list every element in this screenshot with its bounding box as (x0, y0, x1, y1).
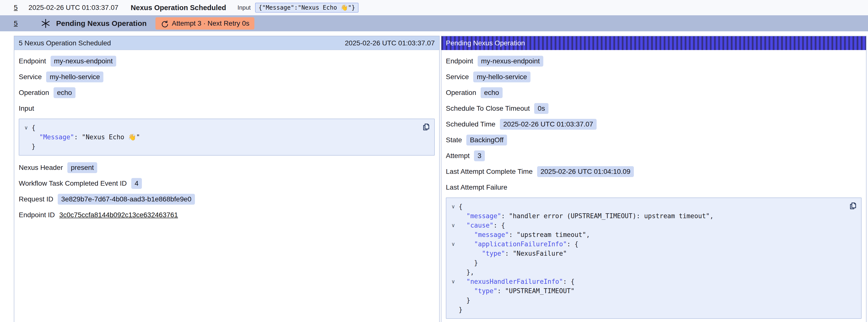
detail-row-state: StateBackingOff (446, 134, 862, 146)
pending-operation-panel: Pending Nexus Operation Endpointmy-nexus… (441, 36, 867, 322)
code-line: } (448, 305, 857, 314)
pending-event-id-link[interactable]: 5 (14, 20, 18, 27)
json-punct: : { (493, 221, 505, 230)
json-string: "upstream timeout" (517, 230, 586, 239)
detail-row-endpoint: Endpointmy-nexus-endpoint (446, 56, 862, 67)
code-line: ∨ "nexusHandlerFailureInfo": { (448, 277, 857, 286)
json-punct: { (32, 123, 35, 132)
retry-attempt-badge: Attempt 3 · Next Retry 0s (155, 17, 254, 30)
code-line: }, (448, 267, 857, 277)
field-label: Endpoint (19, 57, 46, 65)
json-punct: : (74, 132, 82, 142)
json-key: "applicationFailureInfo" (474, 239, 567, 249)
field-label: Endpoint (446, 57, 473, 65)
field-label: Endpoint ID (19, 211, 55, 219)
field-value-badge: echo (480, 87, 503, 98)
pending-panel-header: Pending Nexus Operation (441, 36, 866, 50)
code-gutter (448, 258, 459, 267)
field-label: Operation (19, 89, 49, 97)
event-summary-row[interactable]: 5 2025-02-26 UTC 01:03:37.07 Nexus Opera… (0, 0, 868, 15)
field-label: Scheduled Time (446, 120, 495, 128)
code-gutter (448, 211, 459, 221)
code-line: "message": "handler error (UPSTREAM_TIME… (448, 211, 857, 221)
scheduled-panel-body: Endpointmy-nexus-endpointServicemy-hello… (14, 50, 439, 230)
retry-icon (160, 20, 168, 27)
code-line: } (448, 296, 857, 305)
failure-json-viewer: ∨{ "message": "handler error (UPSTREAM_T… (446, 197, 862, 319)
field-value-badge: 4 (131, 178, 142, 189)
scheduled-panel-title: 5 Nexus Operation Scheduled (19, 39, 111, 47)
json-punct: } (459, 258, 478, 267)
code-gutter (21, 142, 32, 151)
pending-panel-body: Endpointmy-nexus-endpointServicemy-hello… (441, 50, 866, 322)
json-punct: } (459, 305, 463, 314)
json-key: "Message" (39, 132, 74, 142)
event-id-link[interactable]: 5 (14, 4, 18, 11)
json-punct: } (32, 142, 35, 151)
field-value-badge: my-nexus-endpoint (51, 56, 116, 67)
field-label: State (446, 136, 462, 144)
detail-row-last-attempt-failure: Last Attempt Failure (446, 182, 862, 193)
field-value-badge: my-hello-service (46, 71, 103, 82)
event-input-label: Input (238, 4, 251, 11)
code-gutter (448, 286, 459, 296)
field-value-badge: my-nexus-endpoint (478, 56, 543, 67)
collapse-chevron-icon[interactable]: ∨ (448, 202, 459, 211)
field-label: Service (19, 73, 42, 81)
event-input-preview-badge: {"Message":"Nexus Echo 👋"} (255, 3, 359, 12)
json-key: "message" (474, 230, 509, 239)
collapse-chevron-icon[interactable]: ∨ (448, 239, 459, 249)
json-key: "type" (474, 286, 497, 296)
json-punct (459, 230, 474, 239)
json-punct (32, 132, 39, 142)
detail-row-input: Input (19, 103, 435, 114)
code-line: "type": "NexusFailure" (448, 249, 857, 258)
detail-row-endpoint-id: Endpoint ID3c0c75ccfa8144b092c13ce632463… (19, 209, 435, 221)
collapse-chevron-icon[interactable]: ∨ (21, 123, 32, 132)
detail-row-schedule-to-close-timeout: Schedule To Close Timeout0s (446, 103, 862, 114)
field-value-badge: 3e829b7e-7d67-4b08-aad3-b1e868bfe9e0 (58, 194, 195, 205)
detail-row-last-attempt-complete-time: Last Attempt Complete Time2025-02-26 UTC… (446, 166, 862, 177)
field-label: Schedule To Close Timeout (446, 104, 530, 112)
code-line: "Message": "Nexus Echo 👋" (21, 132, 430, 142)
pending-asterisk-icon (40, 18, 51, 29)
code-line: ∨{ (448, 202, 857, 211)
json-punct: { (459, 202, 463, 211)
detail-row-nexus-header: Nexus Headerpresent (19, 162, 435, 173)
collapse-chevron-icon[interactable]: ∨ (448, 277, 459, 286)
retry-badge-text: Attempt 3 · Next Retry 0s (172, 20, 249, 27)
json-punct: : { (567, 239, 578, 249)
json-punct (459, 239, 474, 249)
json-punct: : (505, 249, 513, 258)
json-key: "message" (466, 211, 501, 221)
code-line: } (21, 142, 430, 151)
code-line: } (448, 258, 857, 267)
json-string: "UPSTREAM_TIMEOUT" (505, 286, 575, 296)
code-line: ∨ "cause": { (448, 221, 857, 230)
copy-icon[interactable] (421, 122, 431, 132)
detail-row-request-id: Request ID3e829b7e-7d67-4b08-aad3-b1e868… (19, 194, 435, 205)
detail-row-attempt: Attempt3 (446, 150, 862, 161)
pending-operation-row[interactable]: 5 Pending Nexus Operation Attempt 3 · Ne… (0, 15, 868, 31)
json-punct (459, 221, 466, 230)
code-gutter (21, 132, 32, 142)
json-punct: } (459, 296, 470, 305)
event-timestamp: 2025-02-26 UTC 01:03:37.07 (29, 4, 118, 11)
code-gutter (448, 249, 459, 258)
copy-icon[interactable] (848, 201, 858, 211)
code-gutter (448, 267, 459, 277)
code-gutter (448, 305, 459, 314)
json-punct: , (710, 211, 714, 221)
field-label: Request ID (19, 195, 53, 203)
field-value-badge: 2025-02-26 UTC 01:03:37.07 (500, 119, 597, 130)
code-gutter (448, 296, 459, 305)
field-value-badge: echo (54, 87, 75, 98)
pending-panel-title: Pending Nexus Operation (446, 39, 525, 47)
field-value-link[interactable]: 3c0c75ccfa8144b092c13ce632463761 (59, 211, 178, 219)
collapse-chevron-icon[interactable]: ∨ (448, 221, 459, 230)
event-detail-panels: 5 Nexus Operation Scheduled 2025-02-26 U… (0, 36, 868, 322)
json-punct (459, 286, 474, 296)
json-key: "nexusHandlerFailureInfo" (466, 277, 563, 286)
field-label: Nexus Header (19, 164, 63, 171)
field-label: Service (446, 73, 469, 81)
